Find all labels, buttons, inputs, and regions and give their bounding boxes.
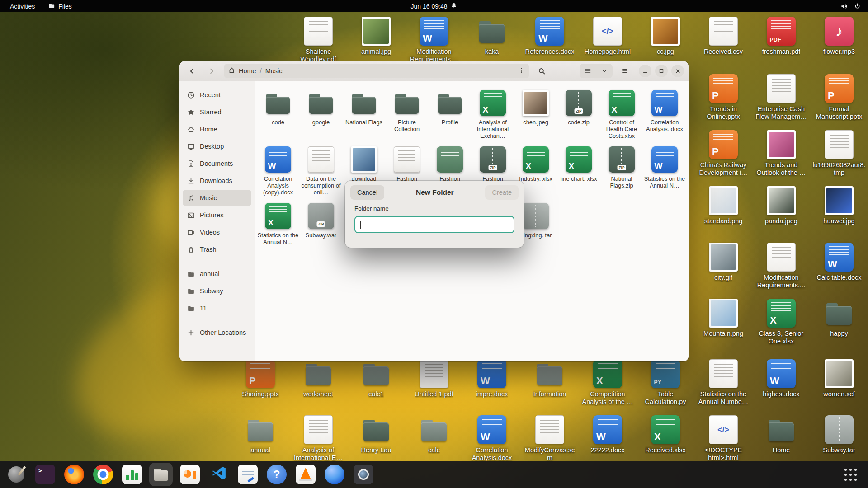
sidebar-item-starred[interactable]: Starred: [183, 104, 251, 120]
desktop-icon-modification-requirements[interactable]: Modification Requirements....: [755, 243, 808, 290]
file-google[interactable]: google: [300, 90, 342, 126]
sidebar-item-subway[interactable]: Subway: [183, 283, 251, 299]
list-view-button[interactable]: [580, 64, 596, 78]
desktop-icon-calc1[interactable]: calc1: [349, 359, 403, 398]
desktop-icon-modifycanvas-scm[interactable]: ModifyCanvas.scm: [523, 415, 576, 462]
file-subway-war[interactable]: ZIP Subway.war: [300, 203, 342, 239]
desktop-icon-references-docx[interactable]: W References.docx: [523, 17, 576, 56]
dock-writer-button[interactable]: [236, 463, 259, 486]
desktop-icon-standard-png[interactable]: standard.png: [697, 186, 750, 225]
system-status-area[interactable]: [840, 3, 868, 10]
desktop-icon-highest-docx[interactable]: W highest.docx: [755, 359, 808, 398]
desktop-icon-lu169026082aur8-tmp[interactable]: lu169026082aur8.tmp: [812, 130, 866, 177]
file-analysis-of-international-exchan[interactable]: X Analysis of International Exchan…: [472, 90, 514, 139]
dock-software-button[interactable]: [323, 463, 346, 486]
desktop-icon-analysis-of-international-e[interactable]: Analysis of International E…: [292, 415, 345, 462]
file-statistics-on-the-annual-n[interactable]: W Statistics on the Annual N…: [643, 146, 686, 189]
dock-screenshot-button[interactable]: [352, 463, 375, 486]
desktop-icon-henry-lau[interactable]: Henry Lau: [349, 415, 403, 454]
sidebar-item-music[interactable]: Music: [183, 190, 251, 206]
desktop-icon-flower-mp3[interactable]: ♪ flower.mp3: [812, 17, 866, 56]
desktop-icon-statistics-on-the-annual-numbe[interactable]: Statistics on the Annual Numbe…: [697, 359, 750, 406]
cancel-button[interactable]: Cancel: [350, 185, 384, 200]
folder-name-input[interactable]: [354, 216, 514, 233]
desktop-icon-huawei-jpg[interactable]: huawei.jpg: [812, 186, 866, 225]
sidebar-item-documents[interactable]: Documents: [183, 155, 251, 172]
file-chen-jpeg[interactable]: chen.jpeg: [514, 90, 557, 126]
desktop-icon-animal-jpg[interactable]: animal.jpg: [349, 17, 403, 56]
desktop-icon-correlation-analysis-docx[interactable]: W Correlation Analysis.docx: [465, 415, 519, 462]
desktop-icon-received-xlsx[interactable]: X Received.xlsx: [639, 415, 692, 454]
sidebar-item-11[interactable]: 11: [183, 300, 251, 316]
desktop-icon-impre-docx[interactable]: W impre.docx: [465, 359, 519, 398]
desktop-icon-panda-jpeg[interactable]: panda.jpeg: [755, 186, 808, 225]
desktop-icon-city-gif[interactable]: city.gif: [697, 243, 750, 282]
desktop-icon-competition-analysis-of-the[interactable]: X Competition Analysis of the …: [581, 359, 634, 406]
maximize-button[interactable]: [655, 65, 668, 77]
desktop-icon-doctype-html-html[interactable]: </> <!DOCTYPE html>.html: [697, 415, 750, 462]
desktop-icon-freshman-pdf[interactable]: PDF freshman.pdf: [755, 17, 808, 56]
sidebar-item-downloads[interactable]: Downloads: [183, 173, 251, 189]
sidebar-item-pictures[interactable]: Pictures: [183, 207, 251, 223]
desktop-icon-received-csv[interactable]: Received.csv: [697, 17, 750, 56]
file-fashion[interactable]: Fashion: [386, 146, 428, 182]
desktop-icon-women-xcf[interactable]: women.xcf: [812, 359, 866, 398]
dock-terminal-button[interactable]: >_: [33, 463, 57, 486]
desktop-icon-trends-in-online-pptx[interactable]: P Trends in Online.pptx: [697, 74, 750, 121]
dock-gimp-button[interactable]: [5, 463, 28, 486]
desktop-icon-table-calculation-py[interactable]: PY Table Calculation.py: [639, 359, 692, 406]
desktop-icon-sharing-pptx[interactable]: P Sharing.pptx: [234, 359, 287, 398]
desktop-icon-untitled-1-pdf[interactable]: Untitled 1.pdf: [407, 359, 461, 398]
desktop-icon-calc-table-docx[interactable]: W Calc table.docx: [812, 243, 866, 282]
minimize-button[interactable]: [639, 65, 651, 77]
file-picture-collection[interactable]: Picture Collection: [386, 90, 428, 132]
desktop-icon-cc-jpg[interactable]: cc.jpg: [639, 17, 692, 56]
desktop-icon-subway-tar[interactable]: Subway.tar: [812, 415, 866, 454]
create-button[interactable]: Create: [485, 185, 519, 200]
file-national-flags[interactable]: National Flags: [343, 90, 385, 126]
desktop-icon-shailene-woodley-pdf[interactable]: Shailene Woodley.pdf: [292, 17, 345, 64]
dock-calc-button[interactable]: [120, 463, 144, 486]
path-root[interactable]: Home: [239, 67, 256, 75]
desktop-icon-home[interactable]: Home: [755, 415, 808, 454]
forward-button[interactable]: [204, 63, 219, 79]
desktop-icon-homepage-html[interactable]: </> Homepage.html: [581, 17, 634, 56]
file-data-on-the-consumption-of-onli[interactable]: Data on the consumption of onli…: [300, 146, 342, 196]
close-button[interactable]: [671, 65, 684, 77]
clock-button[interactable]: Jun 16 09:48: [406, 1, 463, 12]
desktop-icon-mountain-png[interactable]: Mountain.png: [697, 299, 750, 338]
file-control-of-health-care-costs-xlsx[interactable]: X Control of Health Care Costs.xlsx: [600, 90, 643, 139]
desktop-icon-class-3-senior-one-xlsx[interactable]: X Class 3, Senior One.xlsx: [755, 299, 808, 346]
path-current[interactable]: Music: [265, 67, 283, 75]
file-code-zip[interactable]: ZIP code.zip: [557, 90, 600, 126]
dock-chrome-button[interactable]: [91, 463, 115, 486]
file-correlation-analysis-docx[interactable]: W Correlation Analysis. docx: [643, 90, 686, 132]
dock-firefox-button[interactable]: [62, 463, 86, 486]
desktop-icon-information[interactable]: Information: [523, 359, 576, 398]
search-button[interactable]: [534, 63, 549, 79]
desktop-icon-annual[interactable]: annual: [234, 415, 287, 454]
dock-impress-button[interactable]: [178, 463, 202, 486]
sidebar-item-videos[interactable]: Videos: [183, 224, 251, 240]
sidebar-item-annual[interactable]: annual: [183, 266, 251, 282]
sidebar-item-trash[interactable]: Trash: [183, 241, 251, 258]
dock-vlc-button[interactable]: [294, 463, 317, 486]
path-menu-icon[interactable]: [518, 67, 525, 75]
desktop-icon-22222-docx[interactable]: W 22222.docx: [581, 415, 634, 454]
file-correlation-analysis-copy-docx[interactable]: W Correlation Analysis (copy).docx: [257, 146, 299, 196]
desktop-icon-formal-manuscript-pptx[interactable]: P Formal Manuscript.pptx: [812, 74, 866, 121]
activities-button[interactable]: Activities: [5, 1, 40, 11]
sidebar-item-other-locations[interactable]: Other Locations: [183, 324, 251, 341]
sidebar-item-recent[interactable]: Recent: [183, 87, 251, 103]
hamburger-menu-button[interactable]: [617, 63, 632, 79]
sidebar-item-desktop[interactable]: Desktop: [183, 138, 251, 155]
file-statistics-on-the-annual-n[interactable]: X Statistics on the Annual N…: [257, 203, 299, 245]
desktop-icon-happy[interactable]: happy: [812, 299, 866, 338]
file-download[interactable]: download: [343, 146, 385, 182]
dock-vscode-button[interactable]: [207, 463, 231, 486]
desktop-icon-enterprise-cash-flow-managem[interactable]: Enterprise Cash Flow Managem…: [755, 74, 808, 121]
desktop-icon-kaka[interactable]: kaka: [465, 17, 519, 56]
dock-help-button[interactable]: ?: [265, 463, 288, 486]
file-code[interactable]: code: [257, 90, 299, 126]
file-fashion[interactable]: Fashion: [429, 146, 471, 182]
